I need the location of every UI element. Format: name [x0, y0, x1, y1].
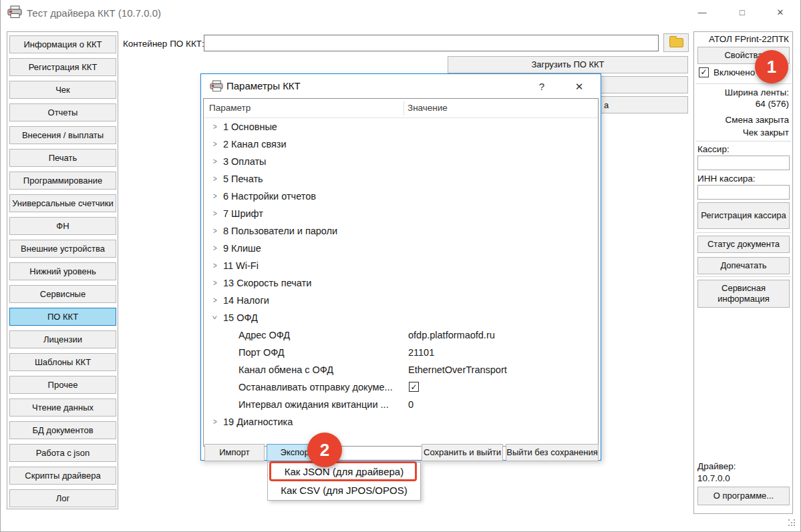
sidebar-item[interactable]: Отчеты: [9, 103, 116, 121]
sidebar-item[interactable]: Нижний уровень: [9, 262, 116, 280]
tree-row[interactable]: 14 Налоги: [204, 292, 598, 309]
tree-row[interactable]: Порт ОФД 21101: [204, 344, 598, 361]
sidebar-item[interactable]: Лицензии: [9, 330, 116, 348]
cashier-input[interactable]: [697, 156, 790, 170]
sidebar-item[interactable]: Информация о ККТ: [9, 35, 116, 53]
export-menu-item[interactable]: Как CSV (для JPOS/OPOS): [268, 481, 420, 500]
sidebar-item[interactable]: Печать: [9, 149, 116, 167]
column-divider: [404, 101, 404, 115]
printer-icon: [7, 5, 23, 19]
chevron-icon[interactable]: [209, 170, 221, 188]
tree-item-label: 19 Диагностика: [223, 413, 293, 431]
chevron-icon[interactable]: [209, 292, 221, 309]
tree-item-label: 9 Клише: [223, 240, 261, 257]
load-po-kkt-button[interactable]: Загрузить ПО ККТ: [448, 56, 688, 73]
about-button[interactable]: О программе...: [697, 487, 790, 505]
separator: [695, 141, 791, 142]
reprint-button[interactable]: Допечатать: [697, 257, 790, 274]
tree-row[interactable]: 7 Шрифт: [204, 205, 598, 222]
tree-row[interactable]: 9 Клише: [204, 240, 598, 257]
chevron-icon[interactable]: [209, 413, 221, 431]
close-icon[interactable]: ✕: [773, 5, 788, 20]
tree-row[interactable]: 11 Wi-Fi: [204, 257, 598, 274]
chevron-icon[interactable]: [209, 274, 221, 292]
cashier-registration-button[interactable]: Регистрация кассира: [697, 202, 790, 229]
tree-row[interactable]: 19 Диагностика: [204, 413, 598, 431]
tree-row[interactable]: Канал обмена с ОФД EthernetOverTransport: [204, 361, 598, 378]
resize-grip-icon[interactable]: [788, 519, 796, 527]
sidebar-item[interactable]: Сервисные: [9, 285, 116, 303]
chevron-icon[interactable]: [209, 188, 221, 205]
tree-item-value: EthernetOverTransport: [408, 361, 507, 378]
tree-row[interactable]: 1 Основные: [204, 118, 598, 136]
cashier-label: Кассир:: [697, 144, 730, 154]
chevron-icon[interactable]: [209, 257, 221, 274]
sidebar-item[interactable]: Регистрация ККТ: [9, 58, 116, 76]
tree-row[interactable]: 5 Печать: [204, 170, 598, 188]
tree-row[interactable]: 15 ОФД: [204, 309, 598, 326]
checkbox-checked-icon[interactable]: [409, 382, 419, 392]
tree-row[interactable]: 6 Настройки отчетов: [204, 188, 598, 205]
container-label: Контейнер ПО ККТ:: [123, 39, 204, 49]
sidebar-item[interactable]: Прочее: [9, 376, 116, 394]
driver-label: Драйвер:: [697, 461, 736, 471]
sidebar-item[interactable]: Шаблоны ККТ: [9, 353, 116, 371]
cashier-inn-label: ИНН кассира:: [697, 174, 755, 184]
tree-row[interactable]: 8 Пользователи и пароли: [204, 222, 598, 240]
tree-item-label: Останавливать отправку докуме...: [238, 378, 393, 396]
sidebar-item[interactable]: Скрипты драйвера: [9, 467, 116, 485]
chevron-icon[interactable]: [209, 136, 221, 153]
tree-item-label: 13 Скорость печати: [223, 274, 311, 292]
sidebar-item[interactable]: Работа с json: [9, 444, 116, 462]
tree-header: Параметр Значение: [204, 99, 598, 118]
tree-row[interactable]: 3 Оплаты: [204, 153, 598, 170]
minimize-icon[interactable]: —: [695, 5, 709, 20]
dialog-close-icon[interactable]: ✕: [570, 79, 589, 95]
tree-row[interactable]: Интервал ожидания квитанции ... 0: [204, 396, 598, 413]
sidebar-item[interactable]: Чтение данных: [9, 398, 116, 417]
separator: [695, 83, 791, 84]
tree-row[interactable]: 2 Канал связи: [204, 136, 598, 153]
shift-status: Смена закрыта: [725, 115, 789, 125]
enabled-checkbox-checked-icon[interactable]: [699, 67, 709, 77]
chevron-icon[interactable]: [209, 309, 221, 326]
sidebar-item[interactable]: Внешние устройства: [9, 240, 116, 258]
chevron-icon[interactable]: [209, 222, 221, 240]
highlight-box: [269, 461, 417, 481]
tree-item-value: 21101: [408, 344, 434, 361]
separator: [695, 276, 791, 277]
tree-item-label: 1 Основные: [223, 118, 277, 136]
tree-row[interactable]: Останавливать отправку докуме...: [204, 378, 598, 396]
service-info-button[interactable]: Сервисная информация: [697, 280, 790, 308]
chevron-icon[interactable]: [209, 205, 221, 222]
chevron-icon[interactable]: [209, 240, 221, 257]
tree-item-label: 14 Налоги: [223, 292, 269, 309]
sidebar-item[interactable]: ФН: [9, 217, 116, 235]
sidebar-item[interactable]: ПО ККТ: [9, 308, 116, 326]
document-status-button[interactable]: Статус документа: [697, 236, 790, 253]
container-input[interactable]: [204, 35, 659, 51]
tree-row[interactable]: Адрес ОФД ofdp.platformaofd.ru: [204, 326, 598, 344]
sidebar-item[interactable]: Универсальные счетчики: [9, 194, 116, 212]
sidebar-item[interactable]: Чек: [9, 81, 116, 99]
folder-button[interactable]: [663, 33, 689, 52]
tree-item-label: Порт ОФД: [238, 344, 285, 361]
chevron-icon[interactable]: [209, 153, 221, 170]
separator: [695, 232, 791, 233]
cashier-inn-input[interactable]: [697, 185, 790, 200]
help-icon[interactable]: ?: [534, 79, 550, 95]
chevron-icon[interactable]: [209, 118, 221, 136]
sidebar-item[interactable]: Лог: [9, 489, 116, 507]
save-exit-button[interactable]: Сохранить и выйти: [422, 444, 503, 461]
sidebar-item[interactable]: Программирование: [9, 172, 116, 190]
import-button[interactable]: Импорт: [204, 444, 265, 461]
kkt-parameters-dialog: Параметры ККТ ? ✕ Параметр Значение 1 Ос…: [200, 73, 601, 461]
exit-without-save-button[interactable]: Выйти без сохранения: [506, 444, 599, 461]
sidebar-item[interactable]: Внесения / выплаты: [9, 126, 116, 144]
sidebar-item[interactable]: БД документов: [9, 421, 116, 439]
tree-row[interactable]: 13 Скорость печати: [204, 274, 598, 292]
background-button-3-label: а: [604, 100, 609, 111]
maximize-icon[interactable]: □: [735, 5, 750, 20]
enabled-label: Включено: [713, 67, 755, 77]
tree-body: 1 Основные 2 Канал связи 3 Оплаты 5 Печа…: [204, 118, 598, 431]
